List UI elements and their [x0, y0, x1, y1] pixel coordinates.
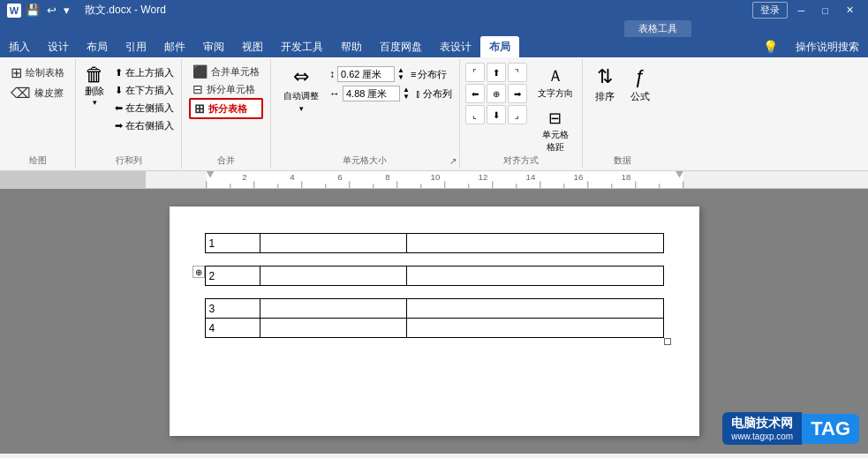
align-top-right-btn[interactable]: ⌝	[508, 63, 527, 82]
draw-table-btn[interactable]: ⊞ 绘制表格	[7, 63, 68, 83]
align-mid-left-btn[interactable]: ⬅	[465, 84, 485, 103]
draw-group-label: 绘图	[0, 154, 75, 167]
table-3: 3 4	[205, 298, 664, 338]
distcol-icon: ⫿	[416, 88, 421, 99]
distrow-btn[interactable]: ≡ 分布行	[411, 68, 447, 81]
undo-qat-btn[interactable]: ↩	[44, 3, 59, 18]
textdir-btn[interactable]: Ａ 文字方向	[534, 63, 577, 102]
tab-review[interactable]: 审阅	[194, 36, 233, 57]
tab-baidu[interactable]: 百度网盘	[371, 36, 431, 57]
operation-search[interactable]: 操作说明搜索	[787, 36, 868, 57]
tab-help[interactable]: 帮助	[332, 36, 371, 57]
merge-cells-icon: ⬛	[192, 64, 208, 79]
table-row: 2	[205, 267, 663, 286]
ribbon-group-rowcol: 🗑 删除 ▾ ⬆ 在上方插入 ⬇ 在下方插入 ⬅ 在左侧插入 ➡ 在右侧插入 行…	[76, 59, 182, 169]
qat-dropdown-btn[interactable]: ▾	[61, 3, 72, 18]
table-row: 1	[205, 234, 663, 253]
watermark-tag-block: TAG	[802, 414, 859, 444]
svg-text:2: 2	[242, 174, 246, 182]
distrow-label: 分布行	[418, 68, 447, 81]
tab-layout[interactable]: 布局	[78, 36, 117, 57]
tab-design[interactable]: 设计	[39, 36, 78, 57]
watermark-main: 电脑技术网	[731, 416, 793, 432]
table-wrapper-1: 1	[205, 233, 664, 253]
tab-tablelayout[interactable]: 布局	[480, 36, 519, 57]
tab-insert[interactable]: 插入	[0, 36, 39, 57]
table-wrapper-2: ⊕ 2	[205, 266, 664, 286]
tab-help-icon[interactable]: 💡	[754, 36, 787, 57]
ruler-marks: 2 4 6 8 10 12 14 16 18	[146, 171, 868, 188]
split-cells-label: 拆分单元格	[207, 83, 255, 96]
sort-btn[interactable]: ⇅ 排序	[590, 63, 620, 156]
title-filename: 散文.docx - Word	[85, 3, 166, 18]
split-cells-btn[interactable]: ⊟ 拆分单元格	[189, 80, 263, 98]
save-qat-btn[interactable]: 💾	[23, 3, 42, 18]
table-cell[interactable]	[260, 299, 406, 319]
align-bot-right-btn[interactable]: ⌟	[508, 105, 527, 124]
ribbon-group-draw: ⊞ 绘制表格 ⌫ 橡皮擦 绘图	[0, 59, 76, 169]
close-button[interactable]: ✕	[839, 3, 861, 18]
distcol-btn[interactable]: ⫿ 分布列	[416, 87, 452, 101]
textdir-icon: Ａ	[547, 65, 563, 86]
ribbon-group-cellsize: ⇔ 自动调整 ▾ ↕ ▲ ▼ ≡ 分布行	[271, 59, 460, 169]
align-grid: ⌜ ⬆ ⌝ ⬅ ⊕ ➡ ⌞ ⬇ ⌟	[465, 63, 529, 156]
table-cell[interactable]	[406, 299, 663, 319]
table-cell[interactable]	[260, 319, 406, 338]
row-height-input[interactable]	[337, 66, 395, 82]
minimize-button[interactable]: ─	[791, 4, 812, 18]
align-bot-center-btn[interactable]: ⬇	[487, 105, 506, 124]
document-page: 1 ⊕ 2 3	[170, 206, 699, 436]
align-top-center-btn[interactable]: ⬆	[487, 63, 506, 82]
table-resize-handle[interactable]	[664, 338, 671, 345]
table-cell[interactable]: 4	[205, 319, 260, 338]
document-area: 1 ⊕ 2 3	[0, 189, 868, 454]
delete-label: 删除	[85, 85, 104, 98]
insert-right-btn[interactable]: ➡ 在右侧插入	[111, 117, 177, 134]
maximize-button[interactable]: □	[815, 4, 835, 18]
word-icon: W	[7, 4, 21, 18]
insert-below-btn[interactable]: ⬇ 在下方插入	[111, 82, 177, 99]
insert-above-icon: ⬆	[115, 67, 123, 79]
table-cell[interactable]	[260, 234, 406, 253]
table-cell[interactable]: 1	[205, 234, 260, 253]
align-mid-center-btn[interactable]: ⊕	[487, 84, 506, 103]
tab-mail[interactable]: 邮件	[155, 36, 194, 57]
table-move-handle[interactable]: ⊕	[192, 266, 205, 278]
table-cell[interactable]: 3	[205, 299, 260, 319]
tab-developer[interactable]: 开发工具	[272, 36, 332, 57]
table-cell[interactable]	[406, 319, 663, 338]
delete-dropdown-icon: ▾	[93, 98, 97, 107]
cellsize-group-label: 单元格大小	[271, 154, 459, 167]
cellmargin-btn[interactable]: ⊟ 单元格格距	[534, 106, 577, 156]
watermark-tag: TAG	[811, 417, 850, 440]
tabs-bar[interactable]: 插入 设计 布局 引用 邮件 审阅 视图 开发工具 帮助 百度网盘 表设计 布局…	[0, 36, 868, 57]
insert-left-btn[interactable]: ⬅ 在左侧插入	[111, 100, 177, 116]
eraser-btn[interactable]: ⌫ 橡皮擦	[7, 83, 68, 103]
draw-table-label: 绘制表格	[26, 66, 64, 79]
align-buttons: ⌜ ⬆ ⌝ ⬅ ⊕ ➡ ⌞ ⬇ ⌟	[465, 63, 529, 124]
row-height-spinners[interactable]: ▲ ▼	[397, 67, 404, 81]
sort-group-label: 数据	[583, 154, 662, 167]
formula-btn[interactable]: ƒ 公式	[625, 63, 655, 156]
col-width-input[interactable]	[343, 86, 400, 101]
tab-reference[interactable]: 引用	[117, 36, 155, 57]
table-cell[interactable]	[406, 267, 663, 286]
align-mid-right-btn[interactable]: ➡	[508, 84, 527, 103]
table-cell[interactable]	[406, 234, 663, 253]
svg-text:10: 10	[431, 174, 441, 182]
login-button[interactable]: 登录	[752, 2, 788, 19]
autoadjust-btn[interactable]: ⇔ 自动调整 ▾	[278, 63, 324, 116]
insert-above-btn[interactable]: ⬆ 在上方插入	[111, 64, 177, 81]
col-width-spinners[interactable]: ▲ ▼	[403, 86, 410, 101]
merge-cells-btn[interactable]: ⬛ 合并单元格	[189, 63, 263, 80]
table-1: 1	[205, 233, 664, 253]
tab-view[interactable]: 视图	[233, 36, 272, 57]
delete-btn[interactable]: 🗑 删除 ▾	[79, 63, 109, 109]
align-bot-left-btn[interactable]: ⌞	[465, 105, 485, 124]
split-table-btn[interactable]: ⊞ 拆分表格	[189, 98, 263, 119]
tab-tabledesign[interactable]: 表设计	[431, 36, 480, 57]
watermark-sub: www.tagxp.com	[731, 432, 793, 441]
table-cell[interactable]	[260, 267, 406, 286]
align-top-left-btn[interactable]: ⌜	[465, 63, 485, 82]
table-cell[interactable]: 2	[205, 267, 260, 286]
